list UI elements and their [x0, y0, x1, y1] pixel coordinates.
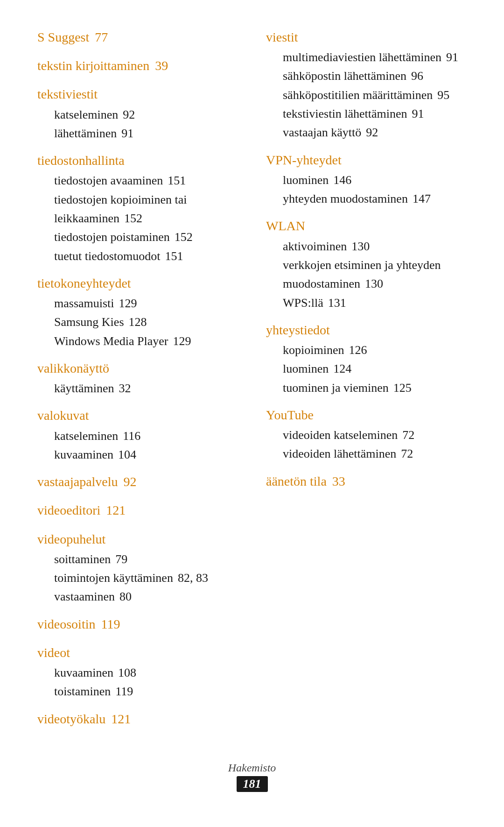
sub-entry: tuominen ja vieminen125	[266, 379, 467, 397]
page: S Suggest77tekstin kirjoittaminen39tekst…	[0, 0, 504, 827]
sub-entry-page: 32	[119, 382, 131, 395]
section-0-4: tietokoneyhteydetmassamuisti129Samsung K…	[37, 274, 238, 351]
entry-header: videot	[37, 643, 238, 662]
sub-entry: aktivoiminen130	[266, 237, 467, 256]
sub-entry-page: 91	[446, 50, 458, 64]
sub-entry: tuetut tiedostomuodot151	[37, 247, 238, 266]
sub-entry: kuvaaminen108	[37, 664, 238, 682]
sub-entry: luominen124	[266, 360, 467, 378]
sub-entry: kopioiminen126	[266, 341, 467, 360]
entry-header-text: tietokoneyhteydet	[37, 276, 131, 290]
sub-entry-page: 131	[328, 296, 346, 310]
entry-header-text: videotyökalu121	[37, 712, 131, 726]
section-0-0: S Suggest77	[37, 28, 238, 48]
entry-header: videosoitin119	[37, 615, 238, 633]
entry-header-text: yhteystiedot	[266, 323, 330, 337]
entry-header-text: tekstiviestit	[37, 87, 98, 101]
sub-entry: sähköpostitilien määrittäminen95	[266, 86, 467, 105]
entry-header: S Suggest77	[37, 28, 238, 46]
entry-header-text: videopuhelut	[37, 532, 105, 546]
section-1-3: yhteystiedotkopioiminen126luominen124tuo…	[266, 321, 467, 397]
footer: Hakemisto 181	[37, 757, 467, 792]
sub-entry-page: 152	[124, 212, 142, 225]
entry-header-text: äänetön tila33	[266, 474, 345, 488]
section-1-2: WLANaktivoiminen130verkkojen etsiminen j…	[266, 217, 467, 312]
entry-header: tiedostonhallinta	[37, 151, 238, 170]
sub-entry: katseleminen92	[37, 106, 238, 124]
section-0-7: vastaajapalvelu92	[37, 473, 238, 493]
sub-entry-page: 91	[121, 127, 133, 140]
entry-header-page: 119	[101, 617, 120, 631]
entry-header-page: 92	[124, 474, 137, 489]
entry-header: VPN-yhteydet	[266, 151, 467, 169]
entry-header-text: vastaajapalvelu92	[37, 474, 137, 489]
sub-entry-page: 116	[123, 429, 140, 443]
section-1-5: äänetön tila33	[266, 472, 467, 492]
sub-entry-page: 151	[165, 249, 183, 263]
sub-entry: toistaminen119	[37, 682, 238, 701]
sub-entry: vastaaminen80	[37, 587, 238, 606]
sub-entry: tekstiviestin lähettäminen91	[266, 105, 467, 123]
sub-entry: katseleminen116	[37, 427, 238, 445]
sub-entry: luominen146	[266, 171, 467, 190]
sub-entry: verkkojen etsiminen ja yhteyden muodosta…	[266, 256, 467, 294]
entry-header-page: 39	[155, 58, 168, 73]
sub-entry-page: 82, 83	[178, 571, 208, 585]
sub-entry: Windows Media Player129	[37, 332, 238, 351]
sub-entry-page: 130	[365, 277, 383, 290]
sub-entry-page: 129	[119, 297, 137, 310]
sub-entry-page: 108	[118, 666, 136, 679]
entry-header-page: 33	[332, 474, 345, 488]
section-0-12: videotyökalu121	[37, 710, 238, 730]
sub-entry: kuvaaminen104	[37, 445, 238, 464]
sub-entry-page: 72	[401, 447, 413, 460]
sub-entry: Samsung Kies128	[37, 313, 238, 332]
section-0-9: videopuhelutsoittaminen79toimintojen käy…	[37, 530, 238, 607]
sub-entry-page: 96	[411, 69, 423, 83]
section-0-11: videotkuvaaminen108toistaminen119	[37, 643, 238, 701]
entry-header-text: tiedostonhallinta	[37, 153, 125, 168]
sub-entry-page: 91	[412, 107, 424, 120]
entry-header-text: valokuvat	[37, 408, 89, 423]
index-columns: S Suggest77tekstin kirjoittaminen39tekst…	[37, 28, 467, 738]
section-0-8: videoeditori121	[37, 501, 238, 521]
entry-header: äänetön tila33	[266, 472, 467, 490]
sub-entry: massamuisti129	[37, 294, 238, 313]
section-0-3: tiedostonhallintatiedostojen avaaminen15…	[37, 151, 238, 266]
section-0-5: valikkonäyttökäyttäminen32	[37, 359, 238, 398]
entry-header-text: tekstin kirjoittaminen39	[37, 58, 168, 73]
sub-entry-page: 125	[393, 381, 412, 395]
entry-header-text: YouTube	[266, 408, 314, 422]
entry-header-text: valikkonäyttö	[37, 361, 109, 375]
entry-header: valikkonäyttö	[37, 359, 238, 377]
entry-header: yhteystiedot	[266, 321, 467, 339]
sub-entry-page: 95	[437, 88, 449, 102]
entry-header-text: WLAN	[266, 219, 305, 233]
sub-entry-page: 80	[119, 590, 132, 603]
sub-entry-page: 92	[366, 126, 378, 139]
footer-page: 181	[237, 776, 268, 792]
sub-entry: yhteyden muodostaminen147	[266, 190, 467, 208]
sub-entry: videoiden katseleminen72	[266, 426, 467, 445]
section-1-1: VPN-yhteydetluominen146yhteyden muodosta…	[266, 151, 467, 209]
entry-header-text: videosoitin119	[37, 617, 120, 631]
section-1-4: YouTubevideoiden katseleminen72videoiden…	[266, 406, 467, 464]
sub-entry: tiedostojen avaaminen151	[37, 171, 238, 190]
sub-entry-page: 152	[175, 230, 193, 244]
sub-entry: tiedostojen poistaminen152	[37, 228, 238, 247]
sub-entry: toimintojen käyttäminen82, 83	[37, 569, 238, 587]
entry-header: tekstin kirjoittaminen39	[37, 57, 238, 75]
sub-entry: käyttäminen32	[37, 379, 238, 398]
entry-header-text: videoeditori121	[37, 503, 126, 517]
sub-entry: soittaminen79	[37, 550, 238, 569]
section-0-2: tekstiviestitkatseleminen92lähettäminen9…	[37, 85, 238, 143]
sub-entry: sähköpostin lähettäminen96	[266, 67, 467, 85]
entry-header-page: 77	[95, 30, 108, 44]
entry-header: tietokoneyhteydet	[37, 274, 238, 292]
entry-header: WLAN	[266, 217, 467, 235]
sub-entry: tiedostojen kopioiminen tai leikkaaminen…	[37, 191, 238, 228]
entry-header-text: VPN-yhteydet	[266, 153, 342, 167]
entry-header: videopuhelut	[37, 530, 238, 548]
sub-entry-page: 129	[173, 334, 191, 348]
sub-entry-page: 119	[115, 685, 133, 698]
